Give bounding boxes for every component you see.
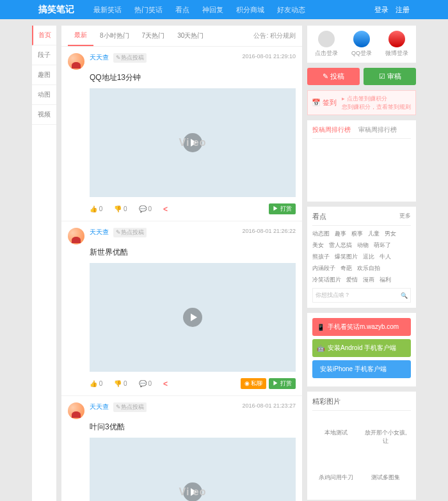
images-card: 精彩图片 本地测试放开那个小女孩,让杀鸡问用牛刀测试多图集 — [307, 392, 416, 500]
post-tag: ✎热点投稿 — [113, 228, 147, 237]
post-title[interactable]: QQ地址13分钟 — [90, 72, 296, 83]
dislike-button[interactable]: 👎 0 — [114, 205, 127, 212]
avatar[interactable] — [68, 53, 84, 70]
comment-button[interactable]: 💬 0 — [139, 380, 152, 387]
notice[interactable]: 公告: 积分规则 — [253, 31, 296, 40]
video-player[interactable]: Vi eo — [90, 438, 296, 501]
avatar[interactable] — [68, 402, 84, 419]
calendar-icon: 📅 — [312, 99, 321, 107]
platform-icon: 📱 — [317, 324, 324, 331]
image-item[interactable]: 杀鸡问用牛刀 — [312, 461, 360, 495]
tag-link[interactable]: 儿童 — [368, 230, 380, 238]
submit-button[interactable]: ✎投稿 — [307, 68, 360, 85]
dislike-button[interactable]: 👎 0 — [114, 380, 127, 387]
login-link[interactable]: 登录 — [374, 6, 388, 13]
platform-icon: 🤖 — [317, 345, 324, 352]
checkin-card[interactable]: 📅签到 ▸ 点击签到赚积分 您到赚积分，查看签到规则 — [307, 90, 416, 115]
login-icon — [388, 31, 405, 47]
avatar[interactable] — [68, 228, 84, 244]
sort-tab[interactable]: 8小时热门 — [93, 26, 136, 45]
rank-tabs: 投稿周排行榜审稿周排行榜 — [312, 125, 411, 139]
nav-item[interactable]: 热门笑话 — [128, 5, 169, 15]
tag-link[interactable]: 牛人 — [380, 253, 391, 261]
nav-item[interactable]: 最新笑话 — [87, 5, 128, 15]
action-button[interactable]: ◉ 私聊 — [241, 378, 267, 389]
tag-link[interactable]: 美女 — [312, 241, 324, 250]
kandian-card: 看点 更多 动态图趣事糗事儿童男女美女雷人恶搞动物萌坏了熊孩子爆笑图片逗比牛人内… — [307, 207, 416, 308]
action-buttons: ✎投稿 ☑审稿 — [307, 68, 416, 85]
post-title[interactable]: 新世界优酷 — [90, 247, 296, 258]
login-card: 点击登录QQ登录微博登录 — [307, 26, 416, 63]
tag-link[interactable]: 爆笑图片 — [335, 253, 358, 261]
video-player[interactable]: Vi eo — [90, 88, 296, 197]
rank-tab[interactable]: 审稿周排行榜 — [358, 125, 397, 134]
tag-link[interactable]: 爱情 — [346, 276, 358, 284]
post-title[interactable]: 叶问3优酷 — [90, 422, 296, 433]
username[interactable]: 天天查 — [90, 54, 109, 61]
like-button[interactable]: 👍 0 — [90, 380, 102, 387]
tag-link[interactable]: 雷人恶搞 — [329, 241, 352, 250]
action-button[interactable]: ▶ 打赏 — [269, 203, 296, 214]
auth-links: 登录 注册 — [369, 5, 410, 15]
action-button[interactable]: ▶ 打赏 — [269, 378, 296, 389]
download-button[interactable]: 🤖安装Android 手机客户端 — [312, 339, 411, 357]
download-button[interactable]: 安装iPhone 手机客户端 — [312, 360, 411, 378]
kandian-more[interactable]: 更多 — [399, 212, 411, 221]
register-link[interactable]: 注册 — [396, 6, 410, 13]
username[interactable]: 天天查 — [90, 228, 109, 235]
tag-link[interactable]: 糗事 — [351, 230, 363, 238]
username[interactable]: 天天查 — [90, 403, 109, 410]
tag-link[interactable]: 趣事 — [335, 230, 346, 238]
category-tab[interactable]: 动图 — [32, 85, 56, 105]
image-item[interactable]: 本地测试 — [312, 416, 360, 458]
nav-item[interactable]: 好友动态 — [271, 5, 312, 15]
images-title: 精彩图片 — [312, 397, 340, 406]
search-box[interactable]: 你想找点啥？ 🔍 — [312, 288, 411, 303]
tag-link[interactable]: 男女 — [385, 230, 396, 238]
checkin-text: ▸ 点击签到赚积分 您到赚积分，查看签到规则 — [342, 95, 411, 111]
tag-link[interactable]: 福利 — [380, 276, 391, 284]
image-item[interactable]: 放开那个小女孩,让 — [362, 416, 410, 458]
tag-link[interactable]: 冷笑话图片 — [312, 276, 341, 284]
play-icon[interactable] — [183, 308, 202, 327]
tag-link[interactable]: 萌坏了 — [374, 241, 391, 250]
category-tab[interactable]: 首页 — [32, 26, 56, 45]
tag-link[interactable]: 漫画 — [363, 276, 374, 284]
tag-link[interactable]: 动物 — [357, 241, 369, 250]
tag-link[interactable]: 熊孩子 — [312, 253, 330, 261]
category-tabs: 首页段子趣图动图视频 — [32, 26, 56, 501]
comment-button[interactable]: 💬 0 — [139, 205, 152, 212]
share-button[interactable]: < — [163, 379, 168, 388]
check-icon: ☑ — [379, 72, 385, 81]
login-option[interactable]: 微博登录 — [385, 31, 408, 58]
nav-item[interactable]: 看点 — [169, 5, 196, 15]
category-tab[interactable]: 视频 — [32, 105, 56, 125]
category-tab[interactable]: 趣图 — [32, 65, 56, 85]
sidebar: 点击登录QQ登录微博登录 ✎投稿 ☑审稿 📅签到 ▸ 点击签到赚积分 您到赚积分… — [307, 26, 416, 501]
sort-tab[interactable]: 7天热门 — [136, 26, 172, 45]
category-tab[interactable]: 段子 — [32, 45, 56, 65]
share-button[interactable]: < — [163, 205, 168, 214]
sort-tab[interactable]: 30天热门 — [171, 26, 210, 45]
main-content: 最新8小时热门7天热门30天热门公告: 积分规则 天天查 ✎热点投稿 2016-… — [61, 26, 302, 501]
video-player[interactable] — [90, 263, 296, 372]
login-icon — [318, 31, 335, 47]
nav-item[interactable]: 神回复 — [196, 5, 230, 15]
checkin-label: 📅签到 — [312, 98, 337, 107]
like-button[interactable]: 👍 0 — [90, 205, 102, 212]
tag-link[interactable]: 逗比 — [363, 253, 374, 261]
image-item[interactable]: 测试多图集 — [362, 461, 410, 495]
login-option[interactable]: QQ登录 — [351, 31, 372, 58]
login-icon — [353, 31, 370, 47]
rank-tab[interactable]: 投稿周排行榜 — [312, 125, 351, 134]
download-button[interactable]: 📱手机看笑话m.wazyb.com — [312, 318, 411, 336]
login-option[interactable]: 点击登录 — [315, 31, 338, 58]
review-button[interactable]: ☑审稿 — [364, 68, 416, 85]
tag-link[interactable]: 动态图 — [312, 230, 330, 238]
tag-link[interactable]: 内涵段子 — [312, 264, 335, 273]
site-logo[interactable]: 搞笑笔记 — [38, 4, 74, 15]
tag-link[interactable]: 欢乐自拍 — [357, 264, 380, 273]
tag-link[interactable]: 奇葩 — [340, 264, 352, 273]
nav-item[interactable]: 积分商城 — [230, 5, 271, 15]
sort-tab[interactable]: 最新 — [68, 26, 93, 46]
